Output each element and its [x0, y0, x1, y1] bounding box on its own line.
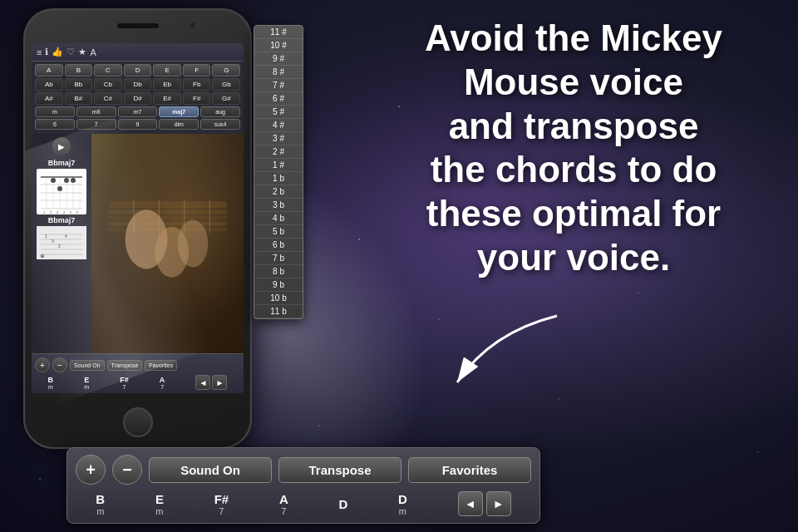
key-Db[interactable]: Db	[124, 78, 152, 91]
key-Fb[interactable]: Fb	[183, 78, 211, 91]
font-icon[interactable]: A	[90, 47, 96, 57]
phone-next-button[interactable]: ►	[212, 375, 227, 390]
transpose-6b[interactable]: 6 b	[254, 239, 303, 252]
phone-prev-button[interactable]: ◄	[195, 375, 210, 390]
info-icon[interactable]: ℹ	[45, 47, 48, 57]
transpose-9b[interactable]: 9 b	[254, 278, 303, 292]
phone-nav-arrows: ◄ ►	[195, 375, 227, 390]
quality-aug[interactable]: aug	[200, 106, 240, 117]
phone-favorites-button[interactable]: Favorites	[145, 360, 177, 371]
transpose-10b[interactable]: 10 b	[254, 292, 303, 305]
key-D[interactable]: D	[124, 64, 152, 76]
transpose-4b[interactable]: 4 b	[254, 212, 303, 225]
key-Gb[interactable]: Gb	[212, 78, 240, 91]
sound-on-button[interactable]: Sound On	[149, 457, 272, 483]
svg-rect-35	[108, 209, 226, 214]
phone-transpose-button[interactable]: Transpose	[107, 360, 143, 371]
menu-icon[interactable]: ≡	[37, 47, 42, 57]
quality-m6[interactable]: m6	[76, 106, 116, 117]
svg-point-16	[71, 178, 76, 183]
quality-sus4[interactable]: sus4	[200, 119, 240, 130]
transpose-label: Transpose	[308, 463, 371, 477]
minus-button[interactable]: −	[112, 455, 142, 485]
quality-maj7[interactable]: maj7	[159, 106, 199, 117]
key-Ab[interactable]: Ab	[35, 78, 63, 91]
key-E[interactable]: E	[153, 64, 181, 76]
svg-text:4: 4	[65, 234, 67, 239]
transpose-8s[interactable]: 8 #	[254, 66, 303, 79]
key-Eb[interactable]: Eb	[153, 78, 181, 91]
key-A[interactable]: A	[35, 64, 63, 76]
bb-key-D: D	[338, 497, 347, 511]
phone-plus-button[interactable]: +	[35, 357, 50, 372]
chord-tab-label: Bbmaj7	[48, 216, 76, 224]
quality-m[interactable]: m	[35, 106, 75, 117]
phone-sound-button[interactable]: Sound On	[70, 360, 105, 371]
key-Gs[interactable]: G#	[212, 92, 240, 105]
star-icon[interactable]: ★	[78, 47, 86, 57]
quality-dim[interactable]: dim	[159, 119, 199, 130]
quality-m7[interactable]: m7	[118, 106, 158, 117]
key-Ds[interactable]: D#	[124, 92, 152, 105]
chord-diagram-image: 1 2 3 4 5 6	[37, 169, 86, 214]
key-C[interactable]: C	[94, 64, 122, 76]
heart-icon[interactable]: ♡	[66, 47, 75, 57]
phone-key-row: B m E m F# 7 A 7	[35, 375, 240, 390]
transpose-10s[interactable]: 10 #	[254, 39, 303, 52]
transpose-2b[interactable]: 2 b	[254, 185, 303, 199]
key-F[interactable]: F	[183, 64, 211, 76]
key-As[interactable]: A#	[35, 92, 63, 105]
quality-row2: 6 7 9 dim sus4	[35, 119, 240, 130]
phone-minus-button[interactable]: −	[52, 357, 67, 372]
prev-button[interactable]: ◄	[458, 491, 483, 516]
key-B[interactable]: B	[65, 64, 93, 76]
bb-key-E: E m	[155, 492, 164, 516]
promo-line4: the chords to do	[431, 149, 717, 190]
key-Es[interactable]: E#	[153, 92, 181, 105]
quality-7[interactable]: 7	[76, 119, 116, 130]
key-G[interactable]: G	[212, 64, 240, 76]
transpose-11s[interactable]: 11 #	[254, 26, 303, 39]
plus-label: +	[86, 461, 96, 480]
svg-text:B: B	[41, 254, 45, 259]
plus-button[interactable]: +	[76, 455, 106, 485]
transpose-3b[interactable]: 3 b	[254, 199, 303, 212]
key-Cs[interactable]: C#	[94, 92, 122, 105]
key-Bb[interactable]: Bb	[65, 78, 93, 91]
svg-text:1: 1	[45, 234, 47, 239]
chord-display: ▶ Bbmaj7	[32, 134, 244, 353]
phone-screen: ≡ ℹ 👍 ♡ ★ A A B C D E F G Ab	[32, 43, 244, 393]
nav-arrows: ◄ ►	[458, 491, 511, 516]
transpose-6s[interactable]: 6 #	[254, 92, 303, 106]
transpose-button[interactable]: Transpose	[278, 457, 401, 483]
flat-keys-row: Ab Bb Cb Db Eb Fb Gb	[35, 78, 240, 91]
next-button[interactable]: ►	[486, 491, 511, 516]
quality-9[interactable]: 9	[118, 119, 158, 130]
transpose-1b[interactable]: 1 b	[254, 172, 303, 185]
key-Bs[interactable]: B#	[65, 92, 93, 105]
svg-point-43	[126, 209, 168, 268]
favorites-button[interactable]: Favorites	[408, 457, 531, 483]
transpose-7s[interactable]: 7 #	[254, 79, 303, 92]
transpose-7b[interactable]: 7 b	[254, 252, 303, 265]
key-Fs[interactable]: F#	[183, 92, 211, 105]
transpose-4s[interactable]: 4 #	[254, 119, 303, 132]
svg-point-15	[64, 178, 69, 183]
transpose-5b[interactable]: 5 b	[254, 225, 303, 239]
phone-body: ≡ ℹ 👍 ♡ ★ A A B C D E F G Ab	[23, 8, 252, 449]
phone-home-button[interactable]	[123, 407, 153, 437]
transpose-1s[interactable]: 1 #	[254, 159, 303, 172]
phone-device: ≡ ℹ 👍 ♡ ★ A A B C D E F G Ab	[23, 8, 252, 449]
transpose-5s[interactable]: 5 #	[254, 106, 303, 119]
transpose-11b[interactable]: 11 b	[254, 305, 303, 318]
quality-6[interactable]: 6	[35, 119, 75, 130]
transpose-9s[interactable]: 9 #	[254, 52, 303, 66]
play-button[interactable]: ▶	[52, 137, 71, 155]
transpose-8b[interactable]: 8 b	[254, 265, 303, 278]
svg-point-14	[57, 186, 62, 191]
transpose-2s[interactable]: 2 #	[254, 145, 303, 159]
key-Cb[interactable]: Cb	[94, 78, 122, 91]
transpose-3s[interactable]: 3 #	[254, 132, 303, 145]
like-icon[interactable]: 👍	[52, 47, 63, 57]
phone-speaker	[117, 23, 159, 28]
